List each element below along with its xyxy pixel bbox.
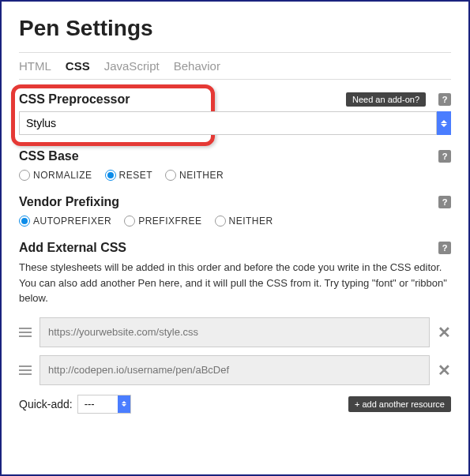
radio-neither[interactable]: NEITHER	[165, 170, 224, 181]
preprocessor-value[interactable]: Stylus	[19, 111, 437, 135]
radio-icon	[19, 170, 30, 181]
help-icon[interactable]: ?	[438, 196, 451, 208]
section-preprocessor: CSS Preprocessor Need an add-on? ? Stylu…	[19, 92, 451, 135]
add-resource-button[interactable]: + add another resource	[348, 396, 451, 412]
resource-row: ✕	[19, 355, 451, 385]
page-title: Pen Settings	[19, 16, 451, 41]
radio-icon	[124, 216, 135, 227]
radio-icon	[215, 216, 226, 227]
radio-label: NEITHER	[179, 170, 224, 181]
radio-label: RESET	[119, 170, 153, 181]
quickadd-label: Quick-add:	[19, 398, 73, 410]
radio-label: AUTOPREFIXER	[33, 216, 111, 227]
radio-icon	[19, 216, 30, 227]
chevron-updown-icon[interactable]	[118, 395, 130, 413]
quickadd-select[interactable]: ---	[77, 395, 131, 414]
help-icon[interactable]: ?	[438, 150, 451, 163]
radio-label: NEITHER	[229, 216, 273, 227]
chevron-updown-icon[interactable]	[437, 111, 451, 135]
tab-css[interactable]: CSS	[66, 59, 90, 73]
resource-row: ✕	[19, 317, 451, 347]
radio-label: NORMALIZE	[33, 170, 92, 181]
radio-reset[interactable]: RESET	[105, 170, 153, 181]
tab-behavior[interactable]: Behavior	[174, 59, 220, 73]
close-icon[interactable]: ✕	[438, 361, 451, 380]
resource-input[interactable]	[39, 317, 430, 347]
tab-html[interactable]: HTML	[19, 59, 51, 73]
quickadd-group: Quick-add: ---	[19, 395, 131, 414]
section-vendor-prefixing: Vendor Prefixing ? AUTOPREFIXER PREFIXFR…	[19, 195, 451, 227]
vendor-title: Vendor Prefixing	[19, 195, 119, 209]
radio-prefixfree[interactable]: PREFIXFREE	[124, 216, 201, 227]
css-base-title: CSS Base	[19, 149, 79, 163]
radio-label: PREFIXFREE	[138, 216, 201, 227]
addon-badge[interactable]: Need an add-on?	[346, 92, 426, 107]
section-external-css: Add External CSS ? These stylesheets wil…	[19, 241, 451, 414]
radio-icon	[105, 170, 116, 181]
section-css-base: CSS Base ? NORMALIZE RESET NEITHER	[19, 149, 451, 181]
close-icon[interactable]: ✕	[438, 323, 451, 342]
radio-autoprefixer[interactable]: AUTOPREFIXER	[19, 216, 111, 227]
help-icon[interactable]: ?	[438, 93, 451, 106]
external-title: Add External CSS	[19, 241, 126, 255]
radio-vendor-neither[interactable]: NEITHER	[215, 216, 273, 227]
help-icon[interactable]: ?	[438, 242, 451, 254]
quickadd-value: ---	[78, 395, 118, 413]
radio-normalize[interactable]: NORMALIZE	[19, 170, 92, 181]
drag-handle-icon[interactable]	[19, 328, 32, 337]
drag-handle-icon[interactable]	[19, 365, 32, 375]
tabs-bar: HTML CSS JavaScript Behavior	[19, 52, 451, 80]
preprocessor-title: CSS Preprocessor	[19, 92, 130, 107]
external-description: These stylesheets will be added in this …	[19, 260, 451, 306]
radio-icon	[165, 170, 176, 181]
preprocessor-select[interactable]: Stylus	[19, 111, 451, 135]
resource-input[interactable]	[39, 355, 430, 385]
tab-javascript[interactable]: JavaScript	[104, 59, 160, 73]
